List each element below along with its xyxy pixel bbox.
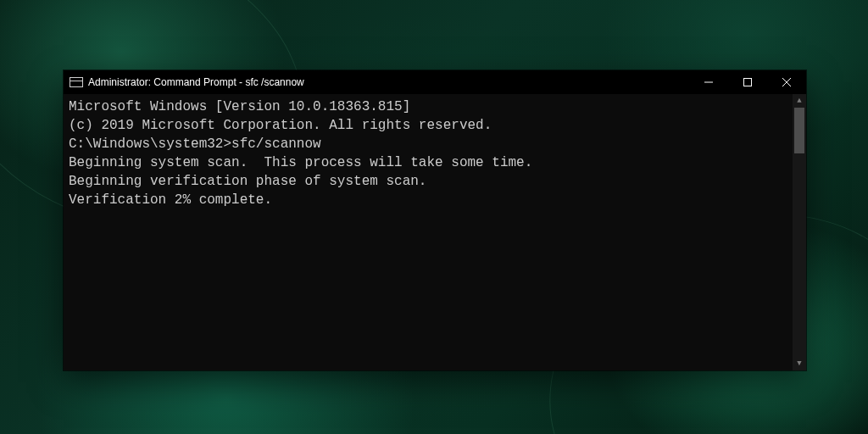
scrollbar-thumb[interactable]: [794, 108, 804, 153]
maximize-icon: [743, 78, 752, 86]
scroll-down-arrow-icon[interactable]: ▼: [793, 357, 806, 370]
window-title: Administrator: Command Prompt - sfc /sca…: [88, 70, 304, 94]
scroll-up-arrow-icon[interactable]: ▲: [793, 94, 806, 108]
terminal-line: C:\Windows\system32>sfc/scannow: [69, 135, 803, 153]
minimize-button[interactable]: [689, 70, 728, 94]
terminal-line: Verification 2% complete.: [69, 191, 803, 209]
vertical-scrollbar[interactable]: ▲ ▼: [793, 94, 806, 370]
close-button[interactable]: [767, 70, 806, 94]
terminal-body[interactable]: Microsoft Windows [Version 10.0.18363.81…: [64, 94, 806, 370]
titlebar[interactable]: Administrator: Command Prompt - sfc /sca…: [64, 70, 806, 94]
terminal-line: Beginning verification phase of system s…: [69, 172, 803, 191]
command-prompt-window: Administrator: Command Prompt - sfc /sca…: [64, 70, 806, 370]
window-controls: [689, 70, 806, 94]
maximize-button[interactable]: [728, 70, 767, 94]
command-prompt-icon: [70, 77, 83, 87]
svg-rect-1: [744, 79, 752, 86]
svg-rect-0: [704, 82, 713, 83]
close-icon: [782, 78, 791, 86]
terminal-line: (c) 2019 Microsoft Corporation. All righ…: [69, 116, 803, 135]
terminal-line: Beginning system scan. This process will…: [69, 153, 803, 172]
minimize-icon: [704, 78, 713, 86]
terminal-line: Microsoft Windows [Version 10.0.18363.81…: [69, 97, 803, 116]
